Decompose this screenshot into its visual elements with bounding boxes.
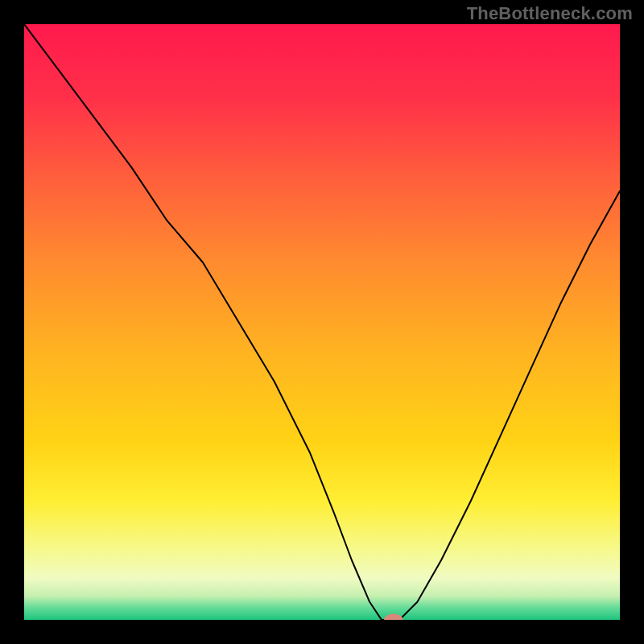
gradient-background xyxy=(24,24,620,620)
plot-area xyxy=(24,24,620,620)
watermark-label: TheBottleneck.com xyxy=(467,3,633,24)
bottleneck-chart xyxy=(24,24,620,620)
chart-frame: TheBottleneck.com xyxy=(0,0,644,644)
